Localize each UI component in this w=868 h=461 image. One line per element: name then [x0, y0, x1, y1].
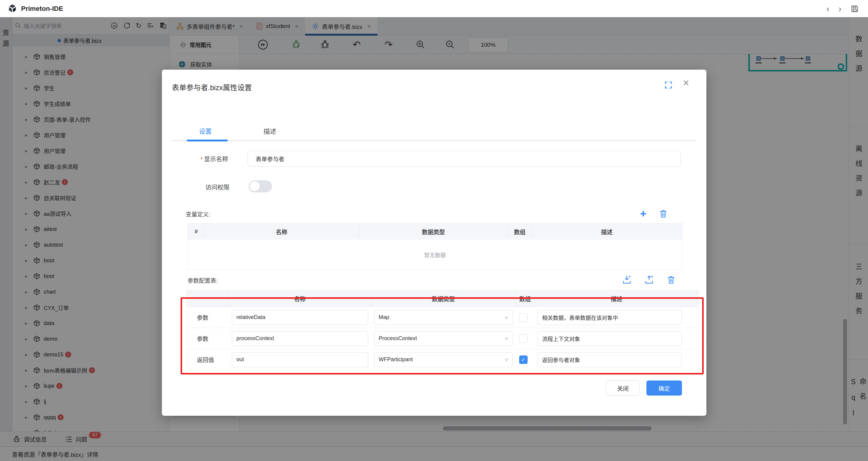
param-type-select[interactable]: WFParticipant∨	[374, 352, 513, 367]
param-name-input[interactable]: processContext	[232, 331, 368, 346]
col-type: 数据类型	[371, 290, 516, 307]
required-asterisk: *	[200, 156, 203, 162]
param-name-input[interactable]: relativeData	[232, 310, 368, 325]
col-index: #	[188, 223, 205, 240]
array-checkbox[interactable]: ✓	[519, 356, 528, 364]
param-desc-input[interactable]: 返回参与者对象	[537, 352, 682, 367]
ok-button[interactable]: 确定	[646, 380, 682, 396]
param-type-select[interactable]: ProcessContext∨	[374, 331, 513, 346]
chevron-down-icon: ∨	[504, 336, 509, 341]
variable-table-header: # 名称 数据类型 数组 描述	[188, 223, 682, 240]
param-desc-input[interactable]: 流程上下文对象	[537, 331, 682, 346]
empty-data-text: 暂无数据	[188, 240, 682, 270]
app-window: Primeton-IDE ‹ › 资源 输入关键字搜索 AI	[0, 0, 868, 461]
properties-dialog: 表单参与者.bizx属性设置 × 设置 描述 *显示名称 表单参与者 访问权限 …	[162, 70, 706, 416]
param-row: 返回值 out WFParticipant∨ ✓	[187, 349, 699, 370]
delete-params-icon[interactable]	[666, 275, 676, 285]
param-table: 名称 数据类型 数组 描述 参数 relativeData Map∨	[186, 290, 699, 370]
add-variable-icon[interactable]: +	[640, 208, 646, 219]
array-checkbox[interactable]: ✓	[519, 334, 528, 343]
display-name-input[interactable]: 表单参与者	[248, 151, 681, 167]
col-name: 名称	[205, 223, 359, 240]
tab-track	[172, 140, 696, 141]
param-row: 参数 processContext ProcessContext∨ ✓	[187, 328, 699, 349]
param-table-header: 名称 数据类型 数组 描述	[187, 290, 699, 307]
dialog-title: 表单参与者.bizx属性设置	[172, 82, 252, 92]
save-icon[interactable]	[850, 4, 859, 13]
chevron-down-icon: ∨	[504, 357, 509, 362]
variable-table: # 名称 数据类型 数组 描述 暂无数据	[188, 223, 682, 270]
app-title: Primeton-IDE	[21, 5, 63, 13]
param-type-select[interactable]: Map∨	[374, 310, 513, 325]
col-name: 名称	[229, 290, 371, 307]
fullscreen-icon[interactable]	[664, 81, 673, 90]
app-logo-icon	[7, 4, 18, 14]
dialog-tab-description[interactable]: 描述	[264, 126, 276, 135]
access-permission-label: 访问权限	[205, 183, 229, 191]
param-row: 参数 relativeData Map∨ ✓	[187, 307, 699, 328]
col-type: 数据类型	[359, 223, 508, 240]
col-array: 数组	[516, 290, 534, 307]
dialog-tab-settings[interactable]: 设置	[199, 126, 212, 135]
param-kind-label: 返回值	[187, 356, 229, 364]
tab-ink-bar	[187, 140, 228, 142]
col-desc: 描述	[531, 223, 682, 240]
close-icon[interactable]: ×	[683, 78, 689, 88]
nav-back-icon[interactable]: ‹	[827, 4, 829, 13]
display-name-label: *显示名称	[200, 154, 228, 163]
import-params-icon[interactable]	[622, 275, 632, 285]
chevron-down-icon: ∨	[504, 314, 509, 320]
col-desc: 描述	[534, 290, 699, 307]
title-bar: Primeton-IDE ‹ ›	[0, 0, 868, 18]
param-section-label: 参数配置表:	[188, 276, 218, 284]
col-kind	[187, 290, 229, 307]
export-params-icon[interactable]	[644, 275, 654, 285]
param-kind-label: 参数	[187, 334, 229, 342]
check-icon: ✓	[521, 357, 526, 363]
col-array: 数组	[508, 223, 531, 240]
nav-forward-icon[interactable]: ›	[838, 4, 841, 13]
access-permission-toggle[interactable]	[249, 180, 272, 192]
param-kind-label: 参数	[187, 313, 229, 321]
variable-section-label: 变量定义:	[186, 210, 210, 218]
close-button[interactable]: 关闭	[606, 380, 640, 396]
param-desc-input[interactable]: 相关数据，表单数据在该对象中	[537, 310, 682, 325]
param-name-input[interactable]: out	[232, 352, 368, 367]
delete-variable-icon[interactable]	[658, 209, 668, 219]
array-checkbox[interactable]: ✓	[519, 313, 528, 322]
